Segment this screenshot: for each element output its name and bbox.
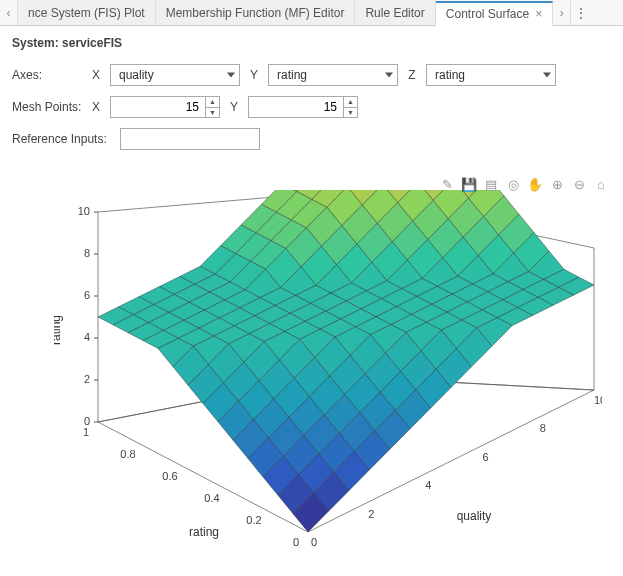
tab-control-surface[interactable]: Control Surface × [436,1,553,26]
svg-text:1: 1 [83,426,89,438]
x-axis-title: rating [189,525,219,539]
axis-x-label: X [90,68,102,82]
svg-text:2: 2 [368,508,374,520]
svg-text:0.2: 0.2 [246,514,261,526]
tab-label: Membership Function (MF) Editor [166,6,345,20]
tab-scroll-right[interactable]: › [553,1,571,25]
chevron-down-icon [385,73,393,78]
mesh-x-label: X [90,100,102,114]
mesh-y-input[interactable] [249,99,357,115]
z-axis-title: rating [54,315,63,345]
spinner-up-icon[interactable]: ▲ [206,97,219,108]
spinner-down-icon[interactable]: ▼ [344,108,357,118]
axes-label: Axes: [12,68,82,82]
ref-inputs-row: Reference Inputs: [12,128,611,150]
axis-x-select[interactable]: quality [110,64,240,86]
tab-fis-plot[interactable]: nce System (FIS) Plot [18,0,156,25]
svg-text:8: 8 [84,247,90,259]
spinner-up-icon[interactable]: ▲ [344,97,357,108]
svg-text:4: 4 [425,479,431,491]
mesh-y-spinner[interactable]: ▲▼ [248,96,358,118]
brush-icon[interactable]: ✎ [439,176,455,192]
svg-text:2: 2 [84,373,90,385]
svg-text:10: 10 [78,205,90,217]
svg-text:10: 10 [594,394,602,406]
tab-rule-editor[interactable]: Rule Editor [355,0,435,25]
svg-text:6: 6 [84,289,90,301]
pan-icon[interactable]: ✋ [527,176,543,192]
tab-bar: ‹ nce System (FIS) Plot Membership Funct… [0,0,623,26]
axes-row: Axes: X quality Y rating Z rating [12,64,611,86]
svg-text:0.8: 0.8 [120,448,135,460]
rotate-icon[interactable]: ◎ [505,176,521,192]
tab-scroll-left[interactable]: ‹ [0,1,18,25]
home-icon[interactable]: ⌂ [593,176,609,192]
tab-overflow-menu[interactable]: ⋮ [571,6,591,20]
axis-y-label: Y [248,68,260,82]
axis-z-select[interactable]: rating [426,64,556,86]
svg-text:0: 0 [293,536,299,548]
save-icon[interactable]: 💾 [461,176,477,192]
mesh-y-label: Y [228,100,240,114]
svg-text:4: 4 [84,331,90,343]
ref-inputs-label: Reference Inputs: [12,132,112,146]
plot-toolbar: ✎ 💾 ▤ ◎ ✋ ⊕ ⊖ ⌂ [439,176,609,192]
system-title: System: serviceFIS [12,36,611,50]
axis-z-label: Z [406,68,418,82]
data-tips-icon[interactable]: ▤ [483,176,499,192]
surface-plot[interactable]: 0246810 00.20.40.60.81 0246810 rating ra… [54,190,602,568]
close-icon[interactable]: × [535,7,542,21]
zoom-out-icon[interactable]: ⊖ [571,176,587,192]
svg-text:0.6: 0.6 [162,470,177,482]
svg-text:8: 8 [540,422,546,434]
chevron-down-icon [543,73,551,78]
mesh-row: Mesh Points: X ▲▼ Y ▲▼ [12,96,611,118]
chevron-down-icon [227,73,235,78]
tab-label: nce System (FIS) Plot [28,6,145,20]
tab-label: Control Surface [446,7,529,21]
controls-panel: System: serviceFIS Axes: X quality Y rat… [0,26,623,170]
axis-y-select[interactable]: rating [268,64,398,86]
spinner-down-icon[interactable]: ▼ [206,108,219,118]
svg-text:0: 0 [311,536,317,548]
plot-area: ✎ 💾 ▤ ◎ ✋ ⊕ ⊖ ⌂ [8,174,615,576]
mesh-label: Mesh Points: [12,100,82,114]
tab-label: Rule Editor [365,6,424,20]
mesh-x-input[interactable] [111,99,219,115]
tab-mf-editor[interactable]: Membership Function (MF) Editor [156,0,356,25]
y-axis-title: quality [457,509,492,523]
svg-text:0.4: 0.4 [204,492,219,504]
ref-inputs-field[interactable] [120,128,260,150]
zoom-in-icon[interactable]: ⊕ [549,176,565,192]
mesh-x-spinner[interactable]: ▲▼ [110,96,220,118]
svg-text:6: 6 [483,451,489,463]
